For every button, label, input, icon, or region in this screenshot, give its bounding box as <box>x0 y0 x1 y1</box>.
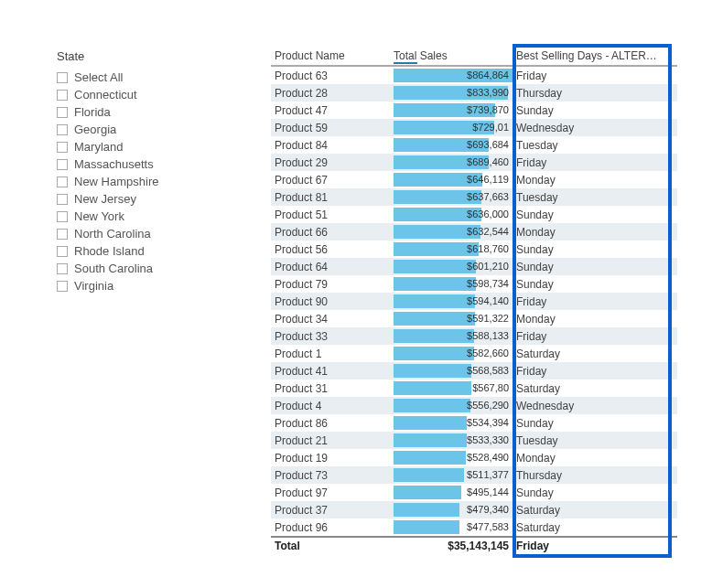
slicer-item[interactable]: North Carolina <box>57 225 205 242</box>
table-row[interactable]: Product 1$582,660Saturday <box>271 345 677 362</box>
header-total-sales[interactable]: Total Sales <box>394 49 513 62</box>
slicer-item-label: New Hampshire <box>74 175 158 188</box>
data-bar <box>394 381 471 395</box>
table-row[interactable]: Product 19$528,490Monday <box>271 449 677 466</box>
slicer-item[interactable]: Connecticut <box>57 86 205 103</box>
slicer-item-label: Massachusetts <box>74 157 154 171</box>
cell-best-day: Tuesday <box>513 139 666 152</box>
checkbox-icon[interactable] <box>57 90 68 101</box>
cell-product-name: Product 28 <box>271 87 394 100</box>
cell-total-sales: $479,340 <box>394 502 513 518</box>
data-bar <box>394 260 476 273</box>
table-header: Product Name Total Sales Best Selling Da… <box>271 49 677 67</box>
slicer-item[interactable]: Maryland <box>57 138 205 155</box>
table-row[interactable]: Product 51$636,000Sunday <box>271 206 677 223</box>
slicer-item-label: New Jersey <box>74 192 136 206</box>
cell-total-sales: $591,322 <box>394 311 513 326</box>
table-row[interactable]: Product 34$591,322Monday <box>271 310 677 327</box>
checkbox-icon[interactable] <box>57 281 68 292</box>
table-row[interactable]: Product 63$864,864Friday <box>271 67 677 84</box>
cell-product-name: Product 97 <box>271 486 394 499</box>
slicer-item[interactable]: South Carolina <box>57 260 205 277</box>
table-row[interactable]: Product 4$556,290Wednesday <box>271 397 677 414</box>
slicer-item[interactable]: Massachusetts <box>57 155 205 173</box>
table-row[interactable]: Product 90$594,140Friday <box>271 293 677 310</box>
data-bar-label: $582,660 <box>467 347 509 358</box>
cell-product-name: Product 79 <box>271 278 394 291</box>
table-row[interactable]: Product 86$534,394Sunday <box>271 414 677 432</box>
table-row[interactable]: Product 47$739,870Sunday <box>271 102 677 119</box>
table-row[interactable]: Product 28$833,990Thursday <box>271 84 677 102</box>
checkbox-icon[interactable] <box>57 246 68 257</box>
cell-total-sales: $618,760 <box>394 241 513 257</box>
total-sales: $35,143,145 <box>394 540 513 552</box>
slicer-item[interactable]: New York <box>57 208 205 225</box>
cell-product-name: Product 51 <box>271 208 394 221</box>
data-bar <box>394 277 476 291</box>
checkbox-icon[interactable] <box>57 194 68 205</box>
header-total-sales-label: Total Sales <box>394 49 448 62</box>
cell-total-sales: $632,544 <box>394 224 513 240</box>
slicer-item[interactable]: Florida <box>57 103 205 121</box>
table-row[interactable]: Product 21$533,330Tuesday <box>271 432 677 449</box>
checkbox-icon[interactable] <box>57 159 68 170</box>
slicer-item-label: Florida <box>74 105 111 119</box>
slicer-item[interactable]: New Jersey <box>57 190 205 208</box>
cell-product-name: Product 41 <box>271 365 394 378</box>
cell-total-sales: $534,394 <box>394 415 513 431</box>
data-bar <box>394 294 475 308</box>
checkbox-icon[interactable] <box>57 107 68 118</box>
cell-best-day: Wednesday <box>513 122 666 134</box>
table-row[interactable]: Product 56$618,760Sunday <box>271 241 677 258</box>
table-row[interactable]: Product 64$601,210Sunday <box>271 258 677 275</box>
checkbox-icon[interactable] <box>57 124 68 135</box>
cell-product-name: Product 47 <box>271 104 394 117</box>
data-bar-label: $833,990 <box>467 87 509 98</box>
checkbox-icon[interactable] <box>57 211 68 222</box>
checkbox-icon[interactable] <box>57 72 68 83</box>
cell-total-sales: $511,377 <box>394 467 513 483</box>
table-row[interactable]: Product 33$588,133Friday <box>271 327 677 345</box>
cell-product-name: Product 64 <box>271 261 394 273</box>
data-bar <box>394 503 459 517</box>
table-row[interactable]: Product 41$568,583Friday <box>271 362 677 380</box>
cell-product-name: Product 59 <box>271 122 394 134</box>
slicer-item-label: Georgia <box>74 123 116 136</box>
header-best-selling-days[interactable]: Best Selling Days - ALTER… <box>513 49 666 62</box>
slicer-item[interactable]: Georgia <box>57 121 205 138</box>
table-row[interactable]: Product 96$477,583Saturday <box>271 519 677 536</box>
data-bar-label: $739,870 <box>467 104 509 115</box>
table-row[interactable]: Product 31$567,80Saturday <box>271 380 677 397</box>
cell-total-sales: $477,583 <box>394 519 513 535</box>
table-row[interactable]: Product 73$511,377Thursday <box>271 466 677 484</box>
slicer-item[interactable]: Rhode Island <box>57 242 205 260</box>
table-row[interactable]: Product 67$646,119Monday <box>271 171 677 188</box>
checkbox-icon[interactable] <box>57 263 68 274</box>
data-bar-label: $693,684 <box>467 139 509 150</box>
table-row[interactable]: Product 37$479,340Saturday <box>271 501 677 519</box>
cell-total-sales: $582,660 <box>394 346 513 361</box>
table-row[interactable]: Product 81$637,663Tuesday <box>271 188 677 206</box>
table-row[interactable]: Product 59$729,01Wednesday <box>271 119 677 136</box>
table-row[interactable]: Product 97$495,144Sunday <box>271 484 677 501</box>
checkbox-icon[interactable] <box>57 176 68 187</box>
slicer-item[interactable]: New Hampshire <box>57 173 205 190</box>
table-row[interactable]: Product 79$598,734Sunday <box>271 275 677 293</box>
checkbox-icon[interactable] <box>57 142 68 153</box>
cell-total-sales: $729,01 <box>394 120 513 135</box>
data-bar <box>394 364 471 378</box>
header-product-name[interactable]: Product Name <box>271 49 394 62</box>
cell-product-name: Product 19 <box>271 452 394 465</box>
table-row[interactable]: Product 29$689,460Friday <box>271 154 677 171</box>
table-row[interactable]: Product 84$693,684Tuesday <box>271 136 677 154</box>
cell-best-day: Sunday <box>513 243 666 256</box>
slicer-item-label: Maryland <box>74 140 123 154</box>
table-row[interactable]: Product 66$632,544Monday <box>271 223 677 241</box>
slicer-item[interactable]: Select All <box>57 69 205 86</box>
data-bar-label: $729,01 <box>472 122 509 133</box>
slicer-item[interactable]: Virginia <box>57 277 205 294</box>
data-bar-label: $588,133 <box>467 330 509 341</box>
cell-product-name: Product 1 <box>271 347 394 360</box>
checkbox-icon[interactable] <box>57 229 68 240</box>
cell-total-sales: $833,990 <box>394 85 513 101</box>
